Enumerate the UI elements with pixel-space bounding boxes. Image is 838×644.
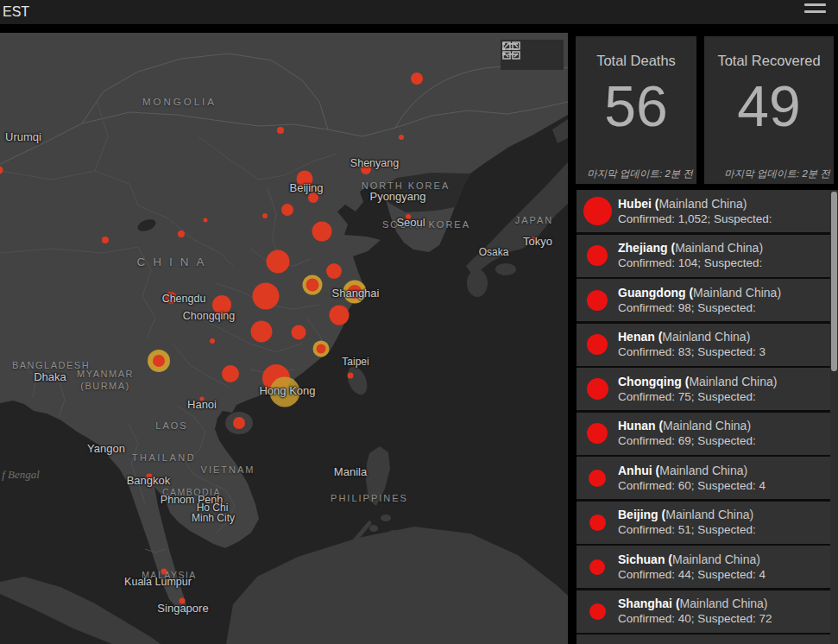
case-counts: Confirmed: 40; Suspected: 72 <box>618 612 830 626</box>
case-marker[interactable] <box>200 397 205 401</box>
case-counts: Confirmed: 69; Suspected: <box>618 434 830 448</box>
region-name: Guangdong (Mainland China) <box>618 286 830 300</box>
case-marker[interactable] <box>326 263 342 279</box>
case-dot-cell <box>577 423 618 444</box>
case-dot-icon <box>587 290 608 311</box>
case-dot-icon <box>589 603 606 620</box>
scrollbar-thumb[interactable] <box>831 192 837 371</box>
case-marker[interactable] <box>406 214 411 219</box>
case-dot-cell <box>577 559 618 575</box>
case-marker[interactable] <box>411 73 423 85</box>
case-marker[interactable] <box>102 237 109 243</box>
region-name: Sichuan (Mainland China) <box>618 552 830 567</box>
case-dot-icon <box>589 515 606 531</box>
case-marker[interactable] <box>267 250 290 274</box>
region-name: Zhejiang (Mainland China) <box>618 241 830 256</box>
list-item[interactable]: Hunan (Mainland China)Confirmed: 69; Sus… <box>577 413 830 455</box>
case-dot-cell <box>577 515 618 531</box>
case-list-panel: Hubei (Mainland China)Confirmed: 1,052; … <box>577 190 838 644</box>
case-marker[interactable] <box>212 295 231 314</box>
case-counts: Confirmed: 51; Suspected: <box>618 523 830 537</box>
list-item[interactable]: Shandong (Mainland China) <box>577 635 830 644</box>
case-marker[interactable] <box>317 344 326 354</box>
case-counts: Confirmed: 1,052; Suspected: <box>618 212 830 226</box>
case-dot-icon <box>587 423 608 444</box>
case-marker[interactable] <box>210 338 215 344</box>
case-marker[interactable] <box>251 321 273 343</box>
map-canvas[interactable]: MONGOLIACHINANORTH KOREASOUTH KOREAJAPAN… <box>0 33 568 644</box>
total-recovered-panel: Total Recovered 49 마지막 업데이트: 2분 전 <box>704 36 834 184</box>
stat-title: Total Deaths <box>576 53 696 69</box>
case-marker[interactable] <box>277 127 284 134</box>
stat-title: Total Recovered <box>704 53 834 69</box>
case-counts: Confirmed: 83; Suspected: 3 <box>618 345 830 359</box>
list-item[interactable]: Beijing (Mainland China)Confirmed: 51; S… <box>577 502 830 544</box>
list-item[interactable]: Henan (Mainland China)Confirmed: 83; Sus… <box>577 324 830 366</box>
case-marker[interactable] <box>222 365 239 382</box>
list-item[interactable]: Guangdong (Mainland China)Confirmed: 98;… <box>577 279 830 321</box>
case-dot-cell <box>577 197 618 225</box>
map-controls <box>501 40 564 70</box>
case-marker[interactable] <box>165 292 177 304</box>
case-marker[interactable] <box>308 193 318 203</box>
case-list: Hubei (Mainland China)Confirmed: 1,052; … <box>577 190 838 644</box>
case-counts: Confirmed: 98; Suspected: <box>618 301 830 315</box>
case-marker[interactable] <box>233 417 245 429</box>
case-dot-cell <box>577 245 618 266</box>
topbar-title: EST <box>3 0 29 23</box>
hamburger-menu-icon[interactable] <box>804 3 826 16</box>
last-updated: 마지막 업데이트: 2분 전 <box>724 167 830 180</box>
case-dot-cell <box>577 470 618 487</box>
case-marker[interactable] <box>306 279 319 292</box>
list-item[interactable]: Zhejiang (Mainland China)Confirmed: 104;… <box>577 235 830 277</box>
case-marker[interactable] <box>297 171 313 187</box>
last-updated: 마지막 업데이트: 2분 전 <box>587 167 693 180</box>
case-marker[interactable] <box>178 230 185 237</box>
scrollbar-track[interactable] <box>830 190 838 644</box>
case-dot-cell <box>577 378 618 400</box>
case-marker[interactable] <box>399 135 404 140</box>
case-marker[interactable] <box>270 377 300 407</box>
list-item[interactable]: Shanghai (Mainland China)Confirmed: 40; … <box>577 590 830 633</box>
list-item[interactable]: Sichuan (Mainland China)Confirmed: 44; S… <box>577 546 830 588</box>
case-dot-icon <box>583 197 612 225</box>
stat-value: 49 <box>704 77 834 136</box>
case-marker[interactable] <box>361 164 371 174</box>
case-marker[interactable] <box>253 283 280 310</box>
stat-value: 56 <box>576 77 696 136</box>
case-marker[interactable] <box>204 218 208 223</box>
case-marker[interactable] <box>330 306 350 325</box>
top-bar: EST <box>0 0 838 24</box>
case-counts: Confirmed: 75; Suspected: <box>618 390 830 404</box>
case-marker[interactable] <box>180 598 186 604</box>
region-name: Hunan (Mainland China) <box>618 419 830 433</box>
case-marker[interactable] <box>292 325 306 340</box>
list-item[interactable]: Chongqing (Mainland China)Confirmed: 75;… <box>577 368 830 410</box>
case-marker[interactable] <box>532 237 536 242</box>
case-dot-cell <box>577 334 618 355</box>
case-marker[interactable] <box>161 569 167 575</box>
case-dot-icon <box>589 470 606 487</box>
case-marker[interactable] <box>153 355 165 367</box>
region-name: Beijing (Mainland China) <box>618 508 830 522</box>
case-counts: Confirmed: 44; Suspected: 4 <box>618 568 830 582</box>
case-counts: Confirmed: 104; Suspected: <box>618 256 830 270</box>
basemap <box>0 33 568 644</box>
region-name: Hubei (Mainland China) <box>618 197 830 212</box>
list-item[interactable]: Hubei (Mainland China)Confirmed: 1,052; … <box>577 190 830 232</box>
case-marker[interactable] <box>348 373 354 379</box>
total-deaths-panel: Total Deaths 56 마지막 업데이트: 2분 전 <box>576 36 696 184</box>
case-marker[interactable] <box>147 474 153 480</box>
basemap-grid-icon[interactable] <box>533 42 560 67</box>
case-marker[interactable] <box>281 204 293 216</box>
list-item[interactable]: Anhui (Mainland China)Confirmed: 60; Sus… <box>577 457 830 499</box>
case-counts: Confirmed: 60; Suspected: 4 <box>618 479 830 493</box>
case-dot-icon <box>587 378 608 400</box>
case-marker[interactable] <box>348 285 362 299</box>
region-name: Chongqing (Mainland China) <box>618 375 830 389</box>
region-name: Henan (Mainland China) <box>618 330 830 344</box>
case-marker[interactable] <box>262 213 268 218</box>
case-dot-icon <box>587 334 608 355</box>
case-marker[interactable] <box>312 222 332 242</box>
region-name: Anhui (Mainland China) <box>618 464 830 478</box>
